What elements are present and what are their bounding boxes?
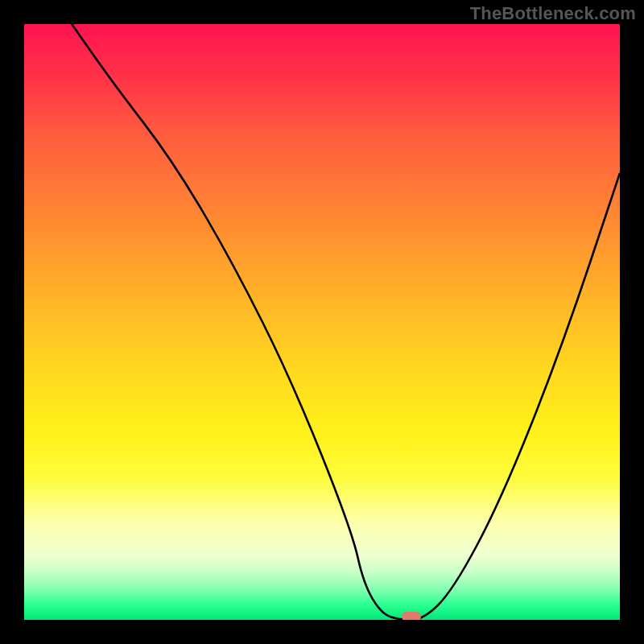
chart-frame: TheBottleneck.com <box>0 0 644 644</box>
watermark-text: TheBottleneck.com <box>470 3 636 24</box>
curve-svg <box>24 24 620 620</box>
minimum-marker <box>402 612 421 620</box>
plot-area <box>24 24 620 620</box>
curve-path <box>72 24 620 620</box>
